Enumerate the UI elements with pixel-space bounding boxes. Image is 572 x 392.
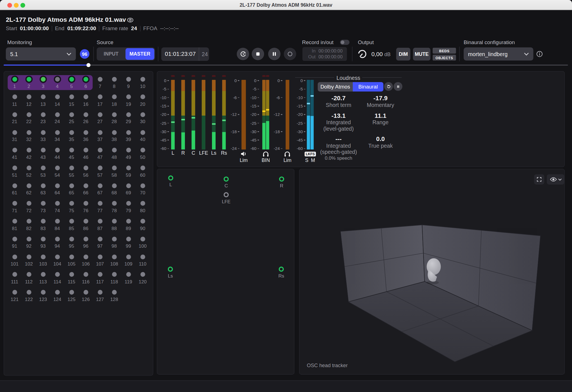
- channel-dot[interactable]: [97, 201, 102, 206]
- binaural-config-select[interactable]: morten_lindberg: [464, 47, 533, 61]
- channel-dot[interactable]: [69, 77, 74, 82]
- channel-dot[interactable]: [41, 201, 46, 206]
- channel-dot[interactable]: [55, 272, 60, 277]
- channel-dot[interactable]: [140, 183, 145, 188]
- monitoring-channel-badge[interactable]: 96: [80, 49, 89, 59]
- channel-dot[interactable]: [97, 290, 102, 295]
- channel-dot[interactable]: [140, 166, 145, 170]
- channel-dot[interactable]: [27, 254, 31, 259]
- channel-dot[interactable]: [41, 130, 46, 135]
- channel-dot[interactable]: [69, 166, 74, 170]
- channel-dot[interactable]: [55, 112, 60, 117]
- channel-dot[interactable]: [140, 77, 145, 82]
- channel-dot[interactable]: [112, 201, 116, 206]
- channel-dot[interactable]: [112, 254, 116, 259]
- channel-dot[interactable]: [83, 219, 88, 224]
- channel-dot[interactable]: [69, 272, 74, 277]
- channel-dot[interactable]: [12, 219, 17, 224]
- channel-dot[interactable]: [97, 148, 102, 152]
- channel-dot[interactable]: [126, 201, 131, 206]
- channel-dot[interactable]: [55, 95, 60, 99]
- channel-dot[interactable]: [140, 95, 145, 99]
- monitoring-select[interactable]: 5.1: [6, 47, 76, 61]
- channel-dot[interactable]: [112, 77, 116, 82]
- mute-button[interactable]: MUTE: [413, 48, 431, 61]
- source-input-button[interactable]: INPUT: [97, 47, 125, 61]
- channel-dot[interactable]: [41, 219, 46, 224]
- channel-dot[interactable]: [69, 254, 74, 259]
- channel-dot[interactable]: [55, 166, 60, 170]
- sync-transport-button[interactable]: [237, 48, 249, 60]
- view-options-button[interactable]: [547, 174, 564, 185]
- channel-dot[interactable]: [126, 166, 131, 170]
- channel-dot[interactable]: [69, 130, 74, 135]
- objects-button[interactable]: OBJECTS: [433, 55, 456, 61]
- channel-dot[interactable]: [126, 130, 131, 135]
- channel-dot[interactable]: [41, 290, 46, 295]
- channel-dot[interactable]: [41, 236, 46, 241]
- channel-dot[interactable]: [126, 95, 131, 99]
- channel-dot[interactable]: [83, 77, 88, 82]
- channel-dot[interactable]: [112, 219, 116, 224]
- dim-button[interactable]: DIM: [396, 48, 410, 61]
- loudness-pause-button[interactable]: [394, 82, 402, 91]
- channel-dot[interactable]: [12, 201, 17, 206]
- info-icon[interactable]: [536, 51, 543, 58]
- speaker-lfe[interactable]: [224, 192, 229, 197]
- channel-dot[interactable]: [12, 272, 17, 277]
- channel-dot[interactable]: [12, 166, 17, 170]
- channel-dot[interactable]: [112, 272, 116, 277]
- channel-dot[interactable]: [126, 183, 131, 188]
- channel-dot[interactable]: [41, 112, 46, 117]
- channel-dot[interactable]: [83, 148, 88, 152]
- record-button[interactable]: [284, 48, 296, 60]
- channel-dot[interactable]: [12, 148, 17, 152]
- channel-dot[interactable]: [27, 201, 31, 206]
- speaker-ls[interactable]: [168, 267, 173, 272]
- stop-button[interactable]: [252, 48, 264, 60]
- channel-dot[interactable]: [55, 219, 60, 224]
- channel-dot[interactable]: [41, 254, 46, 259]
- tab-binaural[interactable]: Binaural: [353, 82, 383, 92]
- channel-dot[interactable]: [41, 148, 46, 152]
- channel-dot[interactable]: [41, 77, 46, 82]
- channel-dot[interactable]: [27, 148, 31, 152]
- timecode-display[interactable]: 01:01:23:07 24: [161, 47, 209, 61]
- channel-dot[interactable]: [97, 95, 102, 99]
- source-master-button[interactable]: MASTER: [125, 48, 154, 60]
- channel-dot[interactable]: [112, 236, 116, 241]
- channel-dot[interactable]: [27, 272, 31, 277]
- channel-dot[interactable]: [97, 112, 102, 117]
- channel-dot[interactable]: [112, 148, 116, 152]
- channel-dot[interactable]: [69, 95, 74, 99]
- channel-dot[interactable]: [41, 272, 46, 277]
- speaker-c[interactable]: [224, 176, 229, 181]
- channel-dot[interactable]: [97, 254, 102, 259]
- channel-dot[interactable]: [55, 290, 60, 295]
- channel-dot[interactable]: [69, 201, 74, 206]
- channel-dot[interactable]: [12, 290, 17, 295]
- channel-dot[interactable]: [97, 236, 102, 241]
- channel-dot[interactable]: [55, 77, 60, 82]
- channel-dot[interactable]: [27, 166, 31, 170]
- channel-dot[interactable]: [126, 254, 131, 259]
- channel-dot[interactable]: [12, 130, 17, 135]
- channel-dot[interactable]: [126, 112, 131, 117]
- channel-dot[interactable]: [12, 183, 17, 188]
- channel-dot[interactable]: [112, 130, 116, 135]
- channel-dot[interactable]: [27, 183, 31, 188]
- channel-dot[interactable]: [55, 130, 60, 135]
- channel-dot[interactable]: [41, 95, 46, 99]
- channel-dot[interactable]: [112, 290, 116, 295]
- channel-dot[interactable]: [41, 166, 46, 170]
- channel-dot[interactable]: [126, 148, 131, 152]
- channel-dot[interactable]: [97, 166, 102, 170]
- playhead-slider[interactable]: [4, 64, 568, 66]
- channel-dot[interactable]: [126, 236, 131, 241]
- channel-dot[interactable]: [112, 166, 116, 170]
- speaker-l[interactable]: [168, 175, 173, 180]
- channel-dot[interactable]: [126, 219, 131, 224]
- channel-dot[interactable]: [97, 183, 102, 188]
- channel-dot[interactable]: [69, 183, 74, 188]
- channel-dot[interactable]: [126, 272, 131, 277]
